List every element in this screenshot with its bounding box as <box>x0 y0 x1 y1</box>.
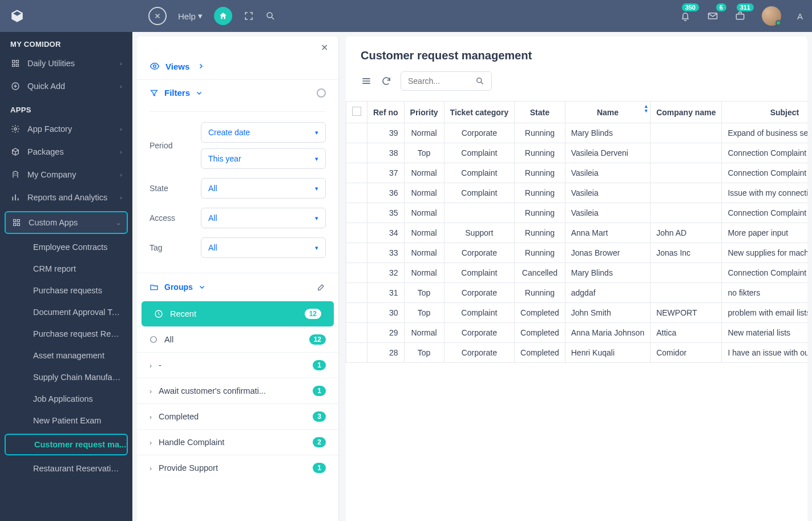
table-row[interactable]: 36NormalComplaintRunningVasileiaIssue wi… <box>346 183 808 203</box>
table-row[interactable]: 29NormalCorporateCompletedAnna Maria Joh… <box>346 323 808 343</box>
cell-priority: Top <box>404 343 444 363</box>
sidebar-sub-new-patient[interactable]: New Patient Exam <box>0 410 132 431</box>
group-label: - <box>159 361 161 370</box>
sidebar-item-quick-add[interactable]: Quick Add › <box>0 75 132 98</box>
search-icon[interactable] <box>265 11 276 21</box>
sidebar-item-packages[interactable]: Packages › <box>0 140 132 163</box>
cell-state: Running <box>515 223 565 243</box>
sidebar-item-daily-utilities[interactable]: Daily Utilities › <box>0 52 132 75</box>
search-input[interactable] <box>408 76 470 86</box>
sidebar-item-my-company[interactable]: My Company › <box>0 163 132 186</box>
cell-checkbox[interactable] <box>346 283 367 303</box>
sidebar-sub-doc-approval[interactable]: Document Approval Test <box>0 301 132 323</box>
sidebar-sub-crm-report[interactable]: CRM report <box>0 258 132 280</box>
apps-icon <box>11 217 22 228</box>
access-select[interactable]: All▾ <box>201 208 326 228</box>
sidebar-sub-restaurant[interactable]: Restaurant Reservation ... <box>0 458 132 479</box>
state-select[interactable]: All▾ <box>201 178 326 199</box>
cell-checkbox[interactable] <box>346 203 367 223</box>
eye-icon <box>150 61 160 71</box>
cell-checkbox[interactable] <box>346 303 367 323</box>
notifications-case[interactable]: 311 <box>734 10 746 22</box>
table-row[interactable]: 39NormalCorporateRunningMary BlindsExpan… <box>346 123 808 143</box>
table-row[interactable]: 31TopCorporateRunningadgdafno fikters <box>346 283 808 303</box>
table-row[interactable]: 28TopCorporateCompletedHenri KuqaliComid… <box>346 343 808 363</box>
cell-checkbox[interactable] <box>346 223 367 243</box>
star-outline-icon[interactable]: ☆ <box>126 440 128 449</box>
sidebar-item-custom-apps[interactable]: Custom Apps ⌄ <box>5 211 128 234</box>
col-name[interactable]: Name▴▾ <box>565 102 650 123</box>
filters-toggle[interactable]: Filters <box>137 79 338 106</box>
edit-icon[interactable] <box>317 282 326 292</box>
group-item[interactable]: ›Handle Complaint2 <box>137 429 338 455</box>
help-dropdown[interactable]: Help ▾ <box>178 11 203 21</box>
group-item[interactable]: ›Completed3 <box>137 403 338 429</box>
table-row[interactable]: 30TopComplaintCompletedJohn SmithNEWPORT… <box>346 303 808 323</box>
table-row[interactable]: 35NormalRunningVasileiaConnection Compla… <box>346 203 808 223</box>
col-refno[interactable]: Ref no <box>367 102 405 123</box>
cell-company: Jonas Inc <box>651 243 722 263</box>
cell-company: Comidor <box>651 343 722 363</box>
sidebar-sub-asset-mgmt[interactable]: Asset management <box>0 345 132 366</box>
close-button[interactable] <box>148 7 167 25</box>
cell-checkbox[interactable] <box>346 323 367 343</box>
group-item[interactable]: ›-1 <box>137 352 338 378</box>
col-state[interactable]: State <box>515 102 565 123</box>
avatar[interactable] <box>762 6 781 26</box>
table-row[interactable]: 37NormalComplaintRunningVasileiaConnecti… <box>346 163 808 183</box>
close-icon[interactable]: ✕ <box>321 43 328 52</box>
sidebar-sub-purchase-report[interactable]: Purchase request Report <box>0 323 132 345</box>
app-logo[interactable] <box>9 8 25 24</box>
cell-checkbox[interactable] <box>346 143 367 163</box>
notifications-mail[interactable]: 6 <box>707 10 718 22</box>
tag-select[interactable]: All▾ <box>201 237 326 258</box>
cell-checkbox[interactable] <box>346 343 367 363</box>
sidebar-item-reports[interactable]: Reports and Analytics › <box>0 186 132 209</box>
sidebar-sub-employee-contracts[interactable]: Employee Contracts <box>0 236 132 258</box>
table-row[interactable]: 33NormalCorporateRunningJonas BrowerJona… <box>346 243 808 263</box>
cell-checkbox[interactable] <box>346 263 367 283</box>
group-item[interactable]: ›Await customer's confirmati...1 <box>137 378 338 403</box>
cell-checkbox[interactable] <box>346 183 367 203</box>
search-box[interactable] <box>401 71 492 91</box>
cell-refno: 28 <box>367 343 405 363</box>
sidebar-sub-supply-chain[interactable]: Supply Chain Manufactu... <box>0 366 132 388</box>
group-item[interactable]: All12 <box>137 326 338 352</box>
col-priority[interactable]: Priority <box>404 102 444 123</box>
group-item[interactable]: ›Provide Support1 <box>137 455 338 480</box>
notifications-bell[interactable]: 350 <box>680 10 691 22</box>
cell-checkbox[interactable] <box>346 163 367 183</box>
views-toggle[interactable]: Views <box>137 53 338 79</box>
cell-name: Mary Blinds <box>565 263 650 283</box>
cell-checkbox[interactable] <box>346 243 367 263</box>
sidebar-sub-job-apps[interactable]: Job Applications <box>0 388 132 410</box>
sidebar-sub-purchase-requests[interactable]: Purchase requests <box>0 280 132 301</box>
cell-checkbox[interactable] <box>346 123 367 143</box>
period-select-2[interactable]: This year▾ <box>201 148 326 169</box>
sidebar-sub-customer-request[interactable]: Customer request ma... ☆ <box>5 434 128 455</box>
col-company[interactable]: Company name <box>651 102 722 123</box>
checkbox-icon[interactable] <box>352 107 361 116</box>
sidebar-section-mycomidor: MY COMIDOR <box>0 32 132 52</box>
col-subject[interactable]: Subject <box>722 102 807 123</box>
search-icon[interactable] <box>475 76 484 86</box>
sidebar-item-app-factory[interactable]: App Factory › <box>0 118 132 140</box>
home-button[interactable] <box>214 7 232 25</box>
table-row[interactable]: 32NormalComplaintCancelledMary BlindsCon… <box>346 263 808 283</box>
period-select-1[interactable]: Create date▾ <box>201 122 326 143</box>
cell-state: Completed <box>515 303 565 323</box>
sidebar-subitem-label: Customer request ma... <box>34 440 126 449</box>
col-checkbox[interactable] <box>346 102 367 123</box>
cell-state: Running <box>515 203 565 223</box>
col-category[interactable]: Ticket category <box>444 102 514 123</box>
menu-icon[interactable] <box>361 75 372 87</box>
cell-company <box>651 263 722 283</box>
group-label: Recent <box>170 309 196 318</box>
fullscreen-icon[interactable] <box>244 11 254 21</box>
groups-header[interactable]: Groups <box>137 273 338 301</box>
views-label: Views <box>165 62 189 71</box>
refresh-icon[interactable] <box>381 76 391 86</box>
table-row[interactable]: 38TopComplaintRunningVasileia DerveniCon… <box>346 143 808 163</box>
group-item[interactable]: Recent12 <box>142 301 334 326</box>
table-row[interactable]: 34NormalSupportRunningAnna MartJohn ADMo… <box>346 223 808 243</box>
